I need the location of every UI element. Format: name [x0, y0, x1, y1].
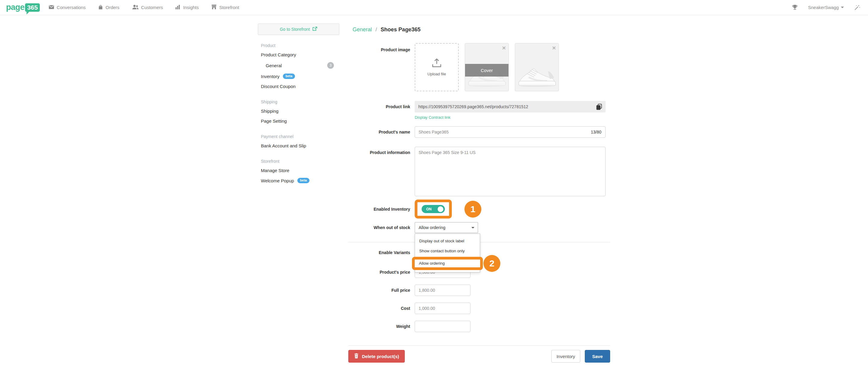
sidebar-item-label: Discount Coupon: [261, 84, 296, 89]
sidebar-item-label: Product Category: [261, 52, 296, 57]
cost-label: Cost: [348, 302, 415, 311]
section-header: Product: [258, 42, 339, 50]
inventory-button[interactable]: Inventory: [551, 350, 580, 363]
section-header: Shipping: [258, 98, 339, 106]
top-navbar: page 365 Conversations Orders Customers …: [0, 0, 868, 15]
sidebar-section-payment-channel: Payment channel Bank Account and Slip: [258, 133, 339, 151]
sidebar-item-discount-coupon[interactable]: Discount Coupon: [258, 82, 339, 91]
sidebar-item-label: Shipping: [261, 108, 278, 114]
sidebar-section-product: Product Product Category General 3 Inven…: [258, 42, 339, 91]
sidebar-item-general[interactable]: General 3: [258, 60, 339, 71]
external-link-icon: [312, 27, 317, 32]
nav-item-storefront[interactable]: Storefront: [211, 4, 239, 10]
sidebar-item-bank-account[interactable]: Bank Account and Slip: [258, 141, 339, 151]
full-price-label: Full price: [348, 285, 415, 293]
category-count-badge: 3: [327, 62, 334, 69]
delete-products-label: Delete product(s): [362, 354, 399, 359]
product-info-textarea[interactable]: Shoes Page 365 Size 9-11 US: [415, 147, 606, 196]
sidebar-item-shipping[interactable]: Shipping: [258, 106, 339, 116]
upload-file-dropzone[interactable]: Upload file: [415, 43, 459, 91]
tutorial-highlight-1: ON: [415, 199, 452, 219]
full-price-input[interactable]: [415, 285, 470, 296]
close-icon[interactable]: ×: [502, 44, 506, 52]
cost-input[interactable]: [415, 302, 470, 314]
section-header: Storefront: [258, 158, 339, 165]
display-contract-link[interactable]: Display Contract link: [415, 115, 451, 120]
product-info-label: Product information: [348, 147, 415, 197]
bar-chart-icon: [176, 5, 180, 10]
close-icon[interactable]: ×: [552, 44, 556, 52]
logo-text: page: [6, 3, 25, 12]
trash-icon: [354, 353, 359, 359]
people-icon: [132, 5, 138, 10]
sidebar-item-label: General: [266, 63, 282, 68]
account-menu[interactable]: SneakerSwagg: [808, 5, 844, 10]
weight-label: Weight: [348, 321, 415, 329]
chevron-down-icon: [841, 7, 844, 10]
breadcrumb-category-link[interactable]: General: [352, 27, 372, 33]
sidebar-item-welcome-popup[interactable]: Welcome Popup beta: [258, 175, 339, 186]
magic-wand-icon[interactable]: [854, 4, 860, 10]
step-annotation-2: 2: [484, 255, 500, 272]
enabled-inventory-label: Enabled Inventory: [348, 207, 415, 212]
logo-badge: 365: [25, 3, 40, 12]
nav-item-label: Conversations: [57, 5, 86, 10]
out-of-stock-dropdown: Display out of stock label Show contact …: [415, 234, 480, 272]
beta-badge: beta: [298, 178, 310, 183]
copy-icon[interactable]: [596, 104, 602, 110]
inventory-toggle[interactable]: ON: [422, 205, 445, 213]
page365-logo[interactable]: page 365: [6, 3, 40, 12]
nav-item-insights[interactable]: Insights: [176, 4, 199, 10]
sidebar-item-label: Welcome Popup: [261, 178, 294, 183]
product-image-cover[interactable]: Cover ×: [465, 43, 509, 91]
shopping-bag-icon: [98, 4, 103, 10]
sidebar-item-label: Inventory: [261, 74, 280, 79]
out-of-stock-select[interactable]: Allow ordering: [415, 222, 478, 233]
nav-item-customers[interactable]: Customers: [132, 4, 163, 10]
tutorial-highlight-2: Allow ordering 2: [412, 257, 483, 270]
dropdown-option-contact-only[interactable]: Show contact button only: [415, 246, 480, 256]
sidebar-section-shipping: Shipping Shipping Page Setting: [258, 98, 339, 126]
storefront-icon: [211, 4, 217, 10]
product-name-label: Product's name: [348, 126, 415, 138]
save-button[interactable]: Save: [585, 350, 610, 363]
step-annotation-1: 1: [464, 201, 482, 218]
nav-item-conversations[interactable]: Conversations: [49, 4, 86, 10]
selected-option: Allow ordering: [418, 225, 445, 230]
dropdown-option-allow-ordering[interactable]: Allow ordering: [415, 259, 480, 267]
out-of-stock-label: When out of stock: [348, 225, 415, 230]
char-counter: 13/80: [591, 130, 601, 134]
product-name-input[interactable]: [415, 126, 606, 138]
settings-sidebar: Go to Storefront Product Product Categor…: [258, 24, 339, 363]
sidebar-item-manage-store[interactable]: Manage Store: [258, 165, 339, 175]
account-name: SneakerSwagg: [808, 5, 839, 10]
product-link-label: Product link: [348, 101, 415, 120]
sidebar-item-label: Page Setting: [261, 119, 287, 124]
dropdown-option-display-label[interactable]: Display out of stock label: [415, 236, 480, 246]
weight-input[interactable]: [415, 321, 470, 332]
sneaker-photo: [517, 66, 556, 88]
sidebar-item-page-setting[interactable]: Page Setting: [258, 116, 339, 126]
delete-products-button[interactable]: Delete product(s): [348, 350, 405, 363]
select-caret-icon: [471, 227, 474, 230]
cover-label: Cover: [481, 68, 493, 73]
toggle-knob: [438, 206, 443, 212]
sidebar-item-inventory[interactable]: Inventory beta: [258, 71, 339, 82]
main-nav: Conversations Orders Customers Insights …: [49, 4, 239, 10]
product-image-secondary[interactable]: ×: [515, 43, 559, 91]
product-image-label: Product image: [348, 43, 415, 91]
go-to-storefront-button[interactable]: Go to Storefront: [258, 24, 339, 35]
page-title: Shoes Page365: [381, 27, 421, 33]
breadcrumb-separator: /: [375, 27, 377, 33]
nav-item-orders[interactable]: Orders: [98, 4, 119, 10]
beta-badge: beta: [283, 73, 295, 79]
product-link-field: https://100953975720269.page365.net/prod…: [415, 101, 606, 112]
product-link-value: https://100953975720269.page365.net/prod…: [418, 104, 528, 109]
cover-overlay: Cover: [465, 64, 508, 76]
go-to-storefront-label: Go to Storefront: [280, 27, 310, 32]
sidebar-item-label: Manage Store: [261, 168, 289, 173]
nav-item-label: Orders: [105, 5, 119, 10]
sidebar-item-product-category[interactable]: Product Category: [258, 50, 339, 60]
nav-item-label: Customers: [141, 5, 163, 10]
trophy-icon[interactable]: [792, 5, 798, 10]
